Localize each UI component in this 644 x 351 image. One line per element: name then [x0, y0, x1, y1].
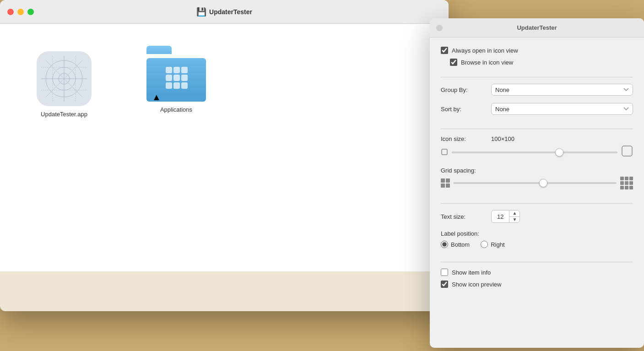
radio-option-bottom: Bottom: [441, 241, 470, 248]
sort-by-row: Sort by: None Name Kind Date Modified: [441, 103, 633, 115]
svg-rect-12: [166, 67, 172, 73]
svg-rect-17: [181, 75, 188, 81]
minimize-button[interactable]: [17, 9, 24, 15]
text-size-row: Text size: 12 ▲ ▼: [441, 210, 633, 223]
finder-bottom: [0, 271, 449, 311]
show-item-info-checkbox[interactable]: [441, 269, 448, 276]
label-position-row: Label position: Bottom Right: [441, 230, 633, 248]
show-item-info-row: Show item info: [441, 269, 633, 276]
file-item-app[interactable]: UpdateTester.app: [37, 51, 92, 118]
icon-size-large-icon: [621, 145, 633, 160]
finder-content: UpdateTester.app: [0, 24, 449, 271]
svg-rect-20: [181, 82, 188, 89]
group-by-select[interactable]: None Name Kind Date Modified: [491, 84, 633, 96]
text-size-value: 12: [492, 211, 509, 222]
stepper-up-button[interactable]: ▲: [509, 211, 520, 217]
svg-rect-22: [622, 146, 632, 156]
folder-label: Applications: [160, 106, 192, 113]
show-icon-preview-checkbox[interactable]: [441, 281, 448, 288]
group-by-label: Group By:: [441, 86, 491, 93]
icon-size-small-icon: [441, 148, 448, 157]
grid-spacing-slider[interactable]: [454, 182, 617, 184]
group-by-row: Group By: None Name Kind Date Modified: [441, 84, 633, 96]
sort-by-select[interactable]: None Name Kind Date Modified: [491, 103, 633, 115]
svg-rect-14: [181, 67, 188, 73]
svg-rect-21: [442, 149, 447, 155]
finder-window: 💾 UpdaterTester: [0, 0, 449, 311]
browse-icon-row: Browse in icon view: [450, 59, 633, 66]
text-size-label: Text size:: [441, 213, 491, 220]
close-button[interactable]: [7, 9, 14, 15]
panel-titlebar: UpdaterTester: [430, 18, 644, 38]
sort-by-label: Sort by:: [441, 106, 491, 113]
icon-size-slider-container: [441, 145, 633, 160]
show-icon-preview-row: Show icon preview: [441, 281, 633, 288]
folder-tab: [146, 46, 172, 54]
radio-right-label: Right: [491, 241, 504, 248]
stepper-down-button[interactable]: ▼: [509, 217, 520, 223]
show-icon-preview-label: Show icon preview: [452, 281, 501, 288]
radio-bottom[interactable]: [441, 241, 448, 248]
svg-rect-15: [166, 75, 172, 81]
browse-icon-checkbox[interactable]: [450, 59, 457, 66]
radio-right[interactable]: [481, 241, 488, 248]
icon-size-slider[interactable]: [452, 151, 617, 153]
stepper-buttons: ▲ ▼: [509, 211, 520, 222]
always-open-row: Always open in icon view: [441, 47, 633, 54]
panel-content: Always open in icon view Browse in icon …: [430, 38, 644, 348]
grid-spacing-label: Grid spacing:: [441, 167, 491, 174]
grid-spacing-large-icon: [620, 177, 633, 189]
show-item-info-label: Show item info: [452, 269, 491, 276]
window-icon: 💾: [196, 7, 206, 17]
panel-title: UpdaterTester: [517, 24, 557, 31]
svg-rect-13: [173, 67, 180, 73]
folder-inner-icon: [164, 65, 189, 95]
label-position-label: Label position:: [441, 230, 633, 237]
always-open-checkbox[interactable]: [441, 47, 448, 54]
panel-close-button[interactable]: [436, 25, 443, 31]
cursor-arrow-icon: ▲: [152, 92, 161, 102]
icon-size-label: Icon size:: [441, 135, 491, 142]
app-icon: [37, 51, 92, 106]
window-title: UpdaterTester: [209, 8, 252, 16]
divider-4: [441, 262, 633, 262]
radio-group: Bottom Right: [441, 241, 633, 248]
svg-rect-18: [166, 82, 172, 89]
grid-spacing-slider-container: [441, 177, 633, 189]
folder-icon: ▲: [146, 51, 206, 102]
divider-2: [441, 129, 633, 129]
radio-bottom-label: Bottom: [451, 241, 470, 248]
grid-spacing-small-icon: [441, 178, 450, 188]
finder-titlebar: 💾 UpdaterTester: [0, 0, 449, 24]
app-label: UpdateTester.app: [41, 111, 87, 118]
icon-size-row: Icon size: 100×100: [441, 135, 633, 160]
traffic-lights: [7, 9, 34, 15]
finder-title: 💾 UpdaterTester: [196, 7, 252, 17]
always-open-label: Always open in icon view: [452, 47, 518, 54]
radio-option-right: Right: [481, 241, 504, 248]
svg-rect-19: [173, 82, 180, 89]
svg-rect-16: [173, 75, 180, 81]
divider-3: [441, 203, 633, 204]
file-item-folder[interactable]: ▲ Applications: [146, 51, 206, 113]
maximize-button[interactable]: [27, 9, 34, 15]
panel: UpdaterTester Always open in icon view B…: [430, 18, 644, 348]
text-size-stepper: 12 ▲ ▼: [491, 210, 520, 223]
browse-icon-label: Browse in icon view: [461, 59, 513, 66]
icon-size-value: 100×100: [491, 135, 514, 142]
grid-spacing-row: Grid spacing:: [441, 167, 633, 189]
divider-1: [441, 77, 633, 77]
